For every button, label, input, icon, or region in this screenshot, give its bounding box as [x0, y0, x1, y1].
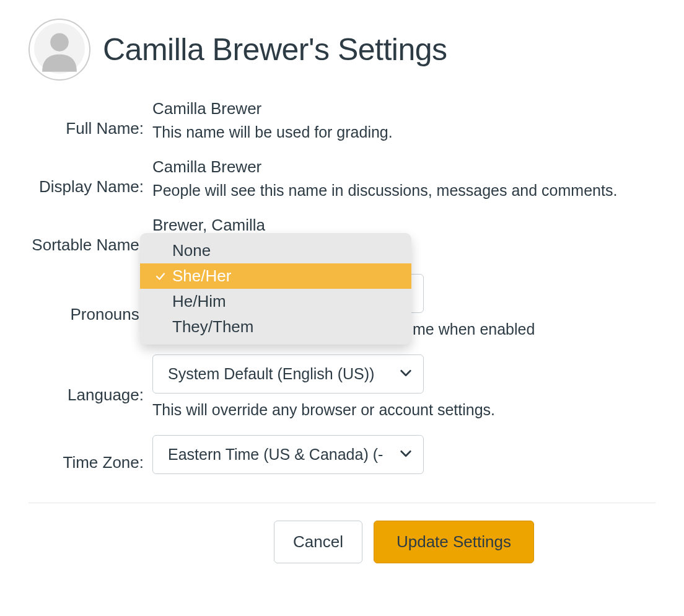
time-zone-select[interactable]: Eastern Time (US & Canada) (-	[152, 435, 424, 474]
time-zone-label: Time Zone:	[28, 435, 152, 490]
full-name-hint: This name will be used for grading.	[152, 123, 656, 141]
sortable-name-value: Brewer, Camilla	[152, 216, 656, 235]
form-actions: Cancel Update Settings	[152, 521, 656, 563]
pronouns-option-they-them[interactable]: They/Them	[140, 314, 411, 340]
avatar[interactable]	[28, 19, 90, 81]
language-hint: This will override any browser or accoun…	[152, 401, 656, 419]
divider	[28, 503, 656, 503]
pronouns-option-label: They/Them	[172, 317, 254, 337]
pronouns-dropdown: None She/Her He/Him They/Them	[140, 233, 411, 345]
svg-point-1	[50, 33, 69, 51]
update-settings-button[interactable]: Update Settings	[374, 521, 534, 563]
page-title: Camilla Brewer's Settings	[103, 32, 447, 68]
settings-form: Full Name: Camilla Brewer This name will…	[28, 99, 656, 490]
display-name-value: Camilla Brewer	[152, 157, 656, 177]
settings-header: Camilla Brewer's Settings	[28, 19, 656, 81]
language-label: Language:	[28, 354, 152, 435]
full-name-value: Camilla Brewer	[152, 99, 656, 118]
display-name-label: Display Name:	[28, 157, 152, 216]
pronouns-option-label: He/Him	[172, 292, 226, 311]
pronouns-option-he-him[interactable]: He/Him	[140, 289, 411, 314]
pronouns-option-label: None	[172, 241, 211, 260]
pronouns-option-she-her[interactable]: She/Her	[140, 263, 411, 289]
full-name-label: Full Name:	[28, 99, 152, 157]
avatar-placeholder-icon	[34, 23, 85, 76]
pronouns-label: Pronouns:	[28, 274, 152, 354]
pronouns-option-label: She/Her	[172, 266, 231, 286]
language-select[interactable]: System Default (English (US))	[152, 354, 424, 394]
cancel-button[interactable]: Cancel	[274, 521, 362, 563]
check-icon	[152, 271, 169, 282]
pronouns-option-none[interactable]: None	[140, 238, 411, 263]
sortable-name-label: Sortable Name:	[28, 216, 152, 274]
display-name-hint: People will see this name in discussions…	[152, 182, 656, 200]
